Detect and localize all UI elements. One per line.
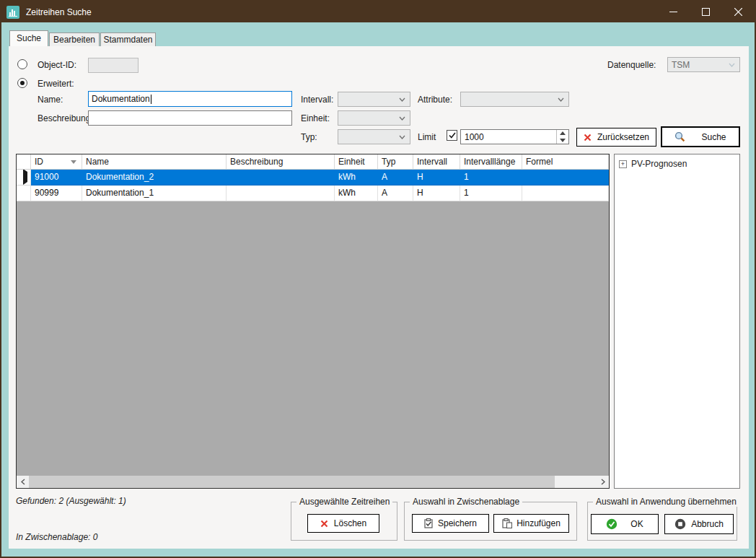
datenquelle-select[interactable]: TSM <box>667 57 740 72</box>
add-to-clipboard-button[interactable]: Hinzufügen <box>493 514 569 533</box>
clipboard-check-icon <box>424 518 434 528</box>
table-cell[interactable]: H <box>413 170 460 186</box>
window-title: Zeitreihen Suche <box>26 7 92 17</box>
cancel-button[interactable]: Abbruch <box>664 514 734 534</box>
horizontal-scrollbar[interactable] <box>17 476 609 488</box>
column-header-id[interactable]: ID <box>31 154 82 170</box>
red-x-icon <box>320 520 328 528</box>
stop-circle-icon <box>674 518 686 530</box>
close-icon[interactable] <box>722 1 755 22</box>
table-cell[interactable]: Dokumentation_2 <box>82 170 227 186</box>
chevron-down-icon <box>558 97 564 102</box>
attribute-label: Attribute: <box>418 95 452 105</box>
datenquelle-value: TSM <box>672 60 690 70</box>
scroll-right-icon[interactable] <box>597 476 609 488</box>
row-selector-cell[interactable] <box>17 186 31 201</box>
apply-group: Auswahl in Anwendung übernehmen OK Abbru… <box>587 502 737 541</box>
group-title: Auswahl in Anwendung übernehmen <box>593 497 739 507</box>
table-cell[interactable]: Dokumentation_1 <box>82 186 227 201</box>
erweitert-radio[interactable] <box>17 78 27 88</box>
object-id-input[interactable] <box>88 58 139 73</box>
chevron-down-icon <box>729 63 735 67</box>
intervall-select[interactable] <box>338 92 410 107</box>
table-cell[interactable] <box>522 170 609 186</box>
typ-select[interactable] <box>338 129 410 144</box>
category-tree-panel: + PV-Prognosen <box>614 154 740 489</box>
group-title: Ausgewählte Zeitreihen <box>296 497 392 507</box>
table-cell[interactable]: kWh <box>335 186 378 201</box>
ok-button[interactable]: OK <box>591 514 659 534</box>
column-header-beschreibung[interactable]: Beschreibung <box>227 154 335 170</box>
check-icon <box>449 132 456 139</box>
column-header-name[interactable]: Name <box>82 154 227 170</box>
scroll-left-icon[interactable] <box>17 476 29 488</box>
search-button[interactable]: Suche <box>661 126 740 147</box>
results-table: ID Name Beschreibung Einheit Typ Interva… <box>16 154 610 489</box>
column-header-formel[interactable]: Formel <box>522 154 609 170</box>
column-header-intervalllaenge[interactable]: Intervalllänge <box>460 154 522 170</box>
magnifier-icon <box>674 131 685 142</box>
row-selector-cell[interactable] <box>17 170 31 186</box>
limit-value: 1000 <box>461 132 556 142</box>
table-cell[interactable] <box>522 186 609 201</box>
limit-label: Limit <box>418 132 436 142</box>
tab-suche[interactable]: Suche <box>9 30 48 46</box>
clipboard-group: Auswahl in Zwischenablage Speichern Hinz… <box>404 502 577 541</box>
red-x-icon <box>584 134 592 141</box>
save-to-clipboard-button[interactable]: Speichern <box>412 514 489 533</box>
typ-label: Typ: <box>301 132 317 142</box>
spinner-down-button[interactable] <box>557 137 568 144</box>
tree-expander-plus-icon[interactable]: + <box>619 160 627 168</box>
scrollbar-thumb[interactable] <box>29 476 555 488</box>
tree-item-label[interactable]: PV-Prognosen <box>631 159 687 169</box>
intervall-label: Intervall: <box>301 95 333 105</box>
dialog-window: Zeitreihen Suche Suche Bearbeiten Stammd… <box>0 0 756 558</box>
chevron-down-icon <box>399 97 405 102</box>
limit-checkbox[interactable] <box>447 130 457 141</box>
row-selector-header[interactable] <box>17 154 31 170</box>
table-cell[interactable]: kWh <box>335 170 378 186</box>
app-bar-chart-icon <box>6 6 19 19</box>
einheit-label: Einheit: <box>301 113 330 123</box>
table-cell[interactable] <box>227 170 335 186</box>
clipboard-status: In Zwischenablage: 0 <box>16 532 97 542</box>
reset-button[interactable]: Zurücksetzen <box>576 128 656 147</box>
spinner-up-button[interactable] <box>557 130 568 137</box>
table-row[interactable]: 90999 Dokumentation_1 kWh A H 1 <box>17 186 609 201</box>
table-cell[interactable]: A <box>378 186 413 201</box>
title-bar: Zeitreihen Suche <box>1 1 755 22</box>
tab-bearbeiten[interactable]: Bearbeiten <box>49 32 100 46</box>
table-cell[interactable]: 1 <box>460 170 522 186</box>
chevron-down-icon <box>399 116 405 121</box>
table-row[interactable]: 91000 Dokumentation_2 kWh A H 1 <box>17 170 609 186</box>
object-id-radio[interactable] <box>17 59 27 69</box>
table-cell[interactable]: A <box>378 170 413 186</box>
chevron-down-icon <box>399 135 405 139</box>
delete-button[interactable]: Löschen <box>307 514 379 533</box>
name-label: Name: <box>38 95 63 105</box>
name-input-value: Dokumentation <box>92 94 150 104</box>
maximize-icon[interactable] <box>690 1 722 22</box>
table-cell[interactable]: H <box>413 186 460 201</box>
tree-item-pv-prognosen[interactable]: + PV-Prognosen <box>619 159 687 169</box>
column-header-einheit[interactable]: Einheit <box>335 154 378 170</box>
beschreibung-label: Beschreibung: <box>38 113 93 123</box>
beschreibung-input[interactable] <box>88 110 292 126</box>
table-cell[interactable]: 91000 <box>31 170 82 186</box>
table-cell[interactable]: 90999 <box>31 186 82 201</box>
selected-series-group: Ausgewählte Zeitreihen Löschen <box>291 502 397 541</box>
name-input[interactable]: Dokumentation <box>88 91 292 107</box>
current-row-arrow-icon <box>23 170 27 185</box>
column-header-typ[interactable]: Typ <box>378 154 413 170</box>
object-id-label: Object-ID: <box>38 60 76 70</box>
group-title: Auswahl in Zwischenablage <box>410 497 522 507</box>
tab-stammdaten[interactable]: Stammdaten <box>100 32 156 46</box>
einheit-select[interactable] <box>338 110 410 126</box>
attribute-select[interactable] <box>460 92 569 107</box>
minimize-icon[interactable] <box>657 1 690 22</box>
column-header-intervall[interactable]: Intervall <box>413 154 460 170</box>
limit-spinner[interactable]: 1000 <box>460 129 569 144</box>
table-cell[interactable] <box>227 186 335 201</box>
table-cell[interactable]: 1 <box>460 186 522 201</box>
found-status: Gefunden: 2 (Ausgewählt: 1) <box>16 496 126 506</box>
